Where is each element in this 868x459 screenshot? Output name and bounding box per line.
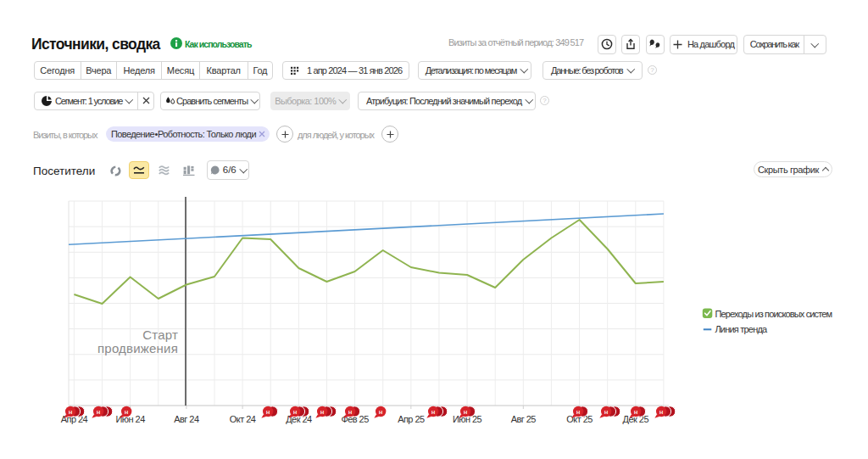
svg-text:продвижения: продвижения xyxy=(97,341,178,355)
svg-text:Н: Н xyxy=(125,410,128,415)
svg-text:Н: Н xyxy=(576,410,580,415)
svg-text:Апр 25: Апр 25 xyxy=(398,414,425,424)
svg-text:Н: Н xyxy=(320,410,324,415)
svg-text:Н: Н xyxy=(604,410,608,415)
svg-text:Н: Н xyxy=(659,410,663,415)
svg-text:Авг 25: Авг 25 xyxy=(511,414,537,424)
svg-text:Н: Н xyxy=(431,410,435,415)
svg-text:Н: Н xyxy=(97,410,100,415)
svg-text:Н: Н xyxy=(266,410,270,415)
svg-text:Старт: Старт xyxy=(142,327,178,342)
svg-text:Авг 24: Авг 24 xyxy=(174,414,199,424)
svg-text:Н: Н xyxy=(379,410,382,415)
svg-text:Июн 24: Июн 24 xyxy=(116,414,146,424)
svg-text:Н: Н xyxy=(464,410,467,415)
svg-text:Н: Н xyxy=(634,410,637,415)
svg-text:Окт 24: Окт 24 xyxy=(230,414,256,424)
svg-text:Переходы из поисковых систем: Переходы из поисковых систем xyxy=(715,309,832,319)
svg-text:Н: Н xyxy=(293,410,297,415)
svg-text:Н: Н xyxy=(348,410,352,415)
svg-text:Линия тренда: Линия тренда xyxy=(715,324,768,334)
svg-text:Н: Н xyxy=(69,410,72,415)
